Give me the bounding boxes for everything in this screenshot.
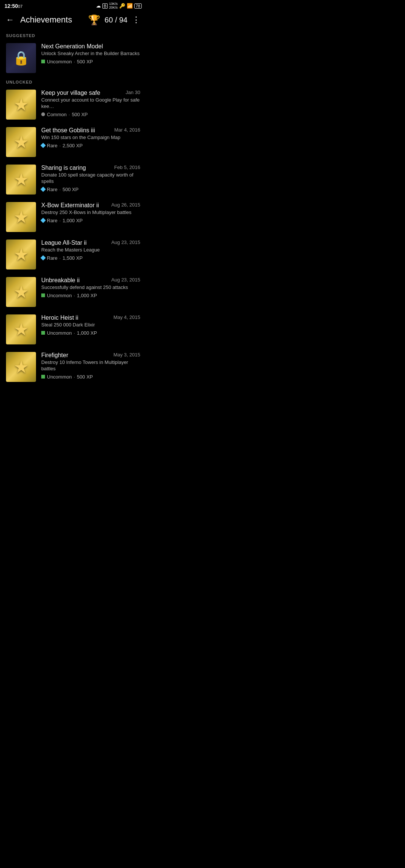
list-item[interactable]: ★ Firefighter May 3, 2015 Destroy 10 Inf… <box>0 348 146 386</box>
achievement-meta: Common · 500 XP <box>41 112 140 117</box>
star-symbol: ★ <box>14 246 29 263</box>
achievement-meta: Rare · 1,000 XP <box>41 218 140 223</box>
achievement-description: Connect your account to Google Play for … <box>41 97 140 110</box>
achievement-icon: ★ <box>6 352 36 382</box>
achievement-content: Keep your village safe Jan 30 Connect yo… <box>41 90 140 117</box>
achievement-content: Get those Goblins iii Mar 4, 2016 Win 15… <box>41 127 140 148</box>
more-options-button[interactable]: ⋮ <box>132 15 140 25</box>
achievement-date: Mar 4, 2016 <box>114 127 140 133</box>
rarity-label: Uncommon <box>47 330 72 336</box>
separator: · <box>59 143 61 148</box>
toolbar: ← Achievements 🏆 60 / 94 ⋮ <box>0 11 146 30</box>
star-symbol: ★ <box>14 358 29 376</box>
star-badge: ★ <box>6 352 36 382</box>
achievement-title: X-Bow Exterminator ii <box>41 202 108 209</box>
rarity-diamond <box>40 218 46 223</box>
back-button[interactable]: ← <box>6 15 14 25</box>
achievement-icon: ★ <box>6 314 36 344</box>
achievement-description: Destroy 250 X-Bows in Multiplayer battle… <box>41 210 140 216</box>
achievement-meta: Rare · 2,500 XP <box>41 143 140 148</box>
achievement-date: Jan 30 <box>126 90 140 95</box>
achievement-icon: ★ <box>6 90 36 120</box>
achievement-icon: ★ <box>6 277 36 307</box>
rarity-label: Rare <box>47 218 57 223</box>
status-bar: 12:5007 ☁ B 13K/s20K/s 🔑 📶 78 <box>0 0 146 11</box>
xp-value: 1,500 XP <box>63 255 83 261</box>
achievement-title: League All-Star ii <box>41 239 108 246</box>
list-item[interactable]: ★ League All-Star ii Aug 23, 2015 Reach … <box>0 236 146 273</box>
suggested-list: 🔒 Next Generation Model Unlock Sneaky Ar… <box>0 39 146 77</box>
xp-value: 500 XP <box>72 112 88 117</box>
achievement-header: X-Bow Exterminator ii Aug 26, 2015 <box>41 202 140 209</box>
rarity-label: Rare <box>47 255 57 261</box>
time-display: 12:50 <box>4 3 18 9</box>
rarity-label: Uncommon <box>47 374 72 380</box>
status-icons: ☁ B 13K/s20K/s 🔑 📶 78 <box>96 2 142 10</box>
xp-value: 500 XP <box>77 374 93 380</box>
star-badge: ★ <box>6 202 36 232</box>
achievement-icon: ★ <box>6 202 36 232</box>
lock-symbol: 🔒 <box>13 50 30 66</box>
page-title: Achievements <box>20 15 72 25</box>
list-item[interactable]: 🔒 Next Generation Model Unlock Sneaky Ar… <box>0 39 146 77</box>
achievement-title: Keep your village safe <box>41 90 123 96</box>
star-symbol: ★ <box>14 171 29 188</box>
star-badge: ★ <box>6 165 36 195</box>
achievement-meta: Uncommon · 500 XP <box>41 374 140 380</box>
achievement-title: Get those Goblins iii <box>41 127 111 134</box>
separator: · <box>74 293 75 298</box>
b-icon: B <box>102 3 107 9</box>
achievement-icon: ★ <box>6 239 36 269</box>
achievement-header: League All-Star ii Aug 23, 2015 <box>41 239 140 246</box>
list-item[interactable]: ★ Get those Goblins iii Mar 4, 2016 Win … <box>0 123 146 161</box>
list-item[interactable]: ★ Unbreakable ii Aug 23, 2015 Successful… <box>0 273 146 311</box>
list-item[interactable]: ★ X-Bow Exterminator ii Aug 26, 2015 Des… <box>0 198 146 236</box>
achievement-title: Firefighter <box>41 352 110 359</box>
achievement-icon: 🔒 <box>6 43 36 73</box>
achievement-description: Donate 100 spell storage capacity worth … <box>41 172 140 185</box>
rarity-dot <box>41 112 45 116</box>
achievement-content: Heroic Heist ii May 4, 2015 Steal 250 00… <box>41 314 140 336</box>
trophy-icon: 🏆 <box>88 14 100 26</box>
achievement-count: 60 / 94 <box>105 16 128 24</box>
signal-bars-icon: 📶 <box>127 3 133 9</box>
suggested-section-label: SUGGESTED <box>0 30 146 39</box>
achievement-header: Next Generation Model <box>41 43 140 50</box>
achievement-icon: ★ <box>6 165 36 195</box>
achievement-description: Unlock Sneaky Archer in the Builder Barr… <box>41 51 140 57</box>
achievement-content: X-Bow Exterminator ii Aug 26, 2015 Destr… <box>41 202 140 223</box>
achievement-meta: Rare · 1,500 XP <box>41 255 140 261</box>
achievement-date: Aug 23, 2015 <box>111 239 140 245</box>
star-symbol: ★ <box>14 321 29 338</box>
star-badge: ★ <box>6 90 36 120</box>
achievement-date: May 3, 2015 <box>113 352 140 358</box>
achievement-description: Successfully defend against 250 attacks <box>41 284 140 291</box>
separator: · <box>59 187 61 192</box>
list-item[interactable]: ★ Sharing is caring Feb 5, 2016 Donate 1… <box>0 161 146 198</box>
achievement-date: Aug 23, 2015 <box>111 277 140 283</box>
xp-value: 1,000 XP <box>77 330 97 336</box>
achievement-description: Win 150 stars on the Campaign Map <box>41 135 140 141</box>
achievement-description: Steal 250 000 Dark Elixir <box>41 322 140 328</box>
achievement-title: Next Generation Model <box>41 43 137 50</box>
list-item[interactable]: ★ Heroic Heist ii May 4, 2015 Steal 250 … <box>0 311 146 348</box>
achievement-description: Reach the Masters League <box>41 247 140 253</box>
achievement-content: League All-Star ii Aug 23, 2015 Reach th… <box>41 239 140 261</box>
achievement-header: Keep your village safe Jan 30 <box>41 90 140 96</box>
battery-icon: 78 <box>134 3 142 9</box>
achievement-title: Heroic Heist ii <box>41 314 110 321</box>
signal-text: 13K/s20K/s <box>109 2 118 10</box>
star-badge: ★ <box>6 127 36 157</box>
rarity-square <box>41 331 45 335</box>
unlocked-section-label: UNLOCKED <box>0 77 146 86</box>
xp-value: 500 XP <box>77 59 93 64</box>
achievement-meta: Uncommon · 1,000 XP <box>41 293 140 298</box>
rarity-square <box>41 375 45 379</box>
achievement-content: Unbreakable ii Aug 23, 2015 Successfully… <box>41 277 140 298</box>
list-item[interactable]: ★ Keep your village safe Jan 30 Connect … <box>0 86 146 123</box>
rarity-label: Common <box>47 112 67 117</box>
separator: · <box>74 374 75 380</box>
star-badge: ★ <box>6 239 36 269</box>
rarity-label: Rare <box>47 187 57 192</box>
achievement-date: Feb 5, 2016 <box>114 165 140 170</box>
